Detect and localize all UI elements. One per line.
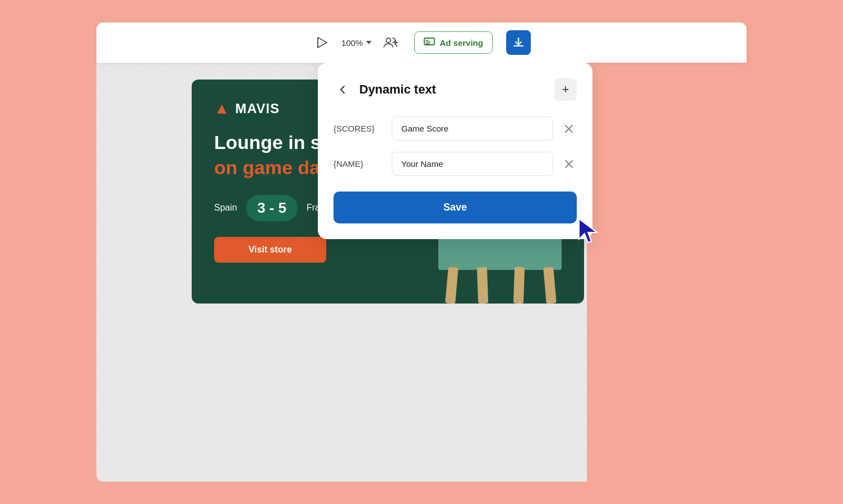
zoom-selector[interactable]: 100% [341, 38, 372, 48]
chair-leg2 [477, 267, 488, 304]
panel-header-left: Dynamic text [334, 81, 436, 99]
ad-serving-label: Ad serving [439, 38, 483, 48]
download-button[interactable] [506, 30, 531, 55]
remove-name-button[interactable] [561, 156, 577, 172]
save-button[interactable]: Save [334, 192, 577, 223]
chair-leg1 [445, 267, 458, 304]
ad-serving-button[interactable]: Ad serving [414, 31, 493, 54]
add-user-button[interactable] [381, 32, 401, 53]
chair-leg4 [543, 267, 557, 304]
field-input-name[interactable] [392, 152, 553, 176]
brand-name: MAVIS [235, 101, 280, 116]
content-area: ▲ MAVIS Lounge in style on game day Spai… [96, 63, 747, 482]
chevron-down-icon [366, 41, 372, 44]
remove-scores-button[interactable] [561, 121, 577, 137]
field-key-name: {NAME} [334, 159, 384, 169]
field-row-scores: {SCORES} [334, 116, 577, 141]
play-button[interactable] [312, 32, 332, 53]
chair-leg3 [513, 267, 525, 304]
dynamic-text-panel: Dynamic text + {SCORES} {NAME [318, 63, 592, 239]
add-field-button[interactable]: + [554, 78, 577, 101]
ad-preview: ▲ MAVIS Lounge in style on game day Spai… [96, 63, 587, 482]
svg-point-0 [386, 38, 391, 43]
field-row-name: {NAME} [334, 152, 577, 176]
panel-header: Dynamic text + [334, 78, 577, 101]
toolbar-left-group: 100% [312, 32, 401, 53]
score-team1: Spain [214, 203, 237, 213]
brand-icon: ▲ [214, 100, 230, 118]
panel-title: Dynamic text [359, 82, 436, 97]
ad-serving-icon [424, 36, 435, 49]
zoom-value: 100% [341, 38, 363, 48]
field-key-scores: {SCORES} [334, 124, 384, 133]
right-background [587, 63, 747, 482]
field-input-scores[interactable] [392, 116, 553, 141]
toolbar: 100% Ad serving [96, 22, 747, 63]
score-badge: 3 - 5 [246, 195, 298, 221]
visit-store-button[interactable]: Visit store [214, 237, 326, 263]
back-button[interactable] [334, 81, 351, 99]
